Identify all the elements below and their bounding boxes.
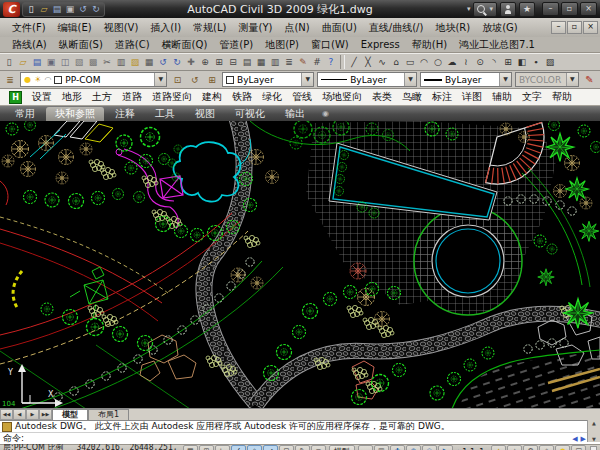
tool-zoom-window[interactable]: ⊞: [212, 55, 226, 69]
layer-properties-manager-icon[interactable]: ≣: [3, 73, 17, 87]
drawing-area[interactable]: X Y 104: [0, 121, 600, 408]
draw-insert-block[interactable]: ⊞: [501, 55, 515, 69]
ribbon-tab-6[interactable]: 输出: [276, 107, 314, 121]
menu2-0[interactable]: 路线(A): [6, 38, 53, 52]
menu2-5[interactable]: 地图(P): [259, 38, 305, 52]
scroll-down-icon[interactable]: ▼: [592, 436, 596, 442]
draw-revcloud[interactable]: ☁: [445, 55, 459, 69]
window-close[interactable]: ×: [580, 2, 597, 16]
tool-markup[interactable]: ✎: [296, 55, 310, 69]
layer-lock-icon[interactable]: ◠: [44, 75, 51, 84]
tool-undo[interactable]: ↺: [156, 55, 170, 69]
communication-center-button[interactable]: [500, 2, 516, 17]
hongye-0[interactable]: 设置: [27, 90, 57, 104]
mdi-mdi-minimize[interactable]: –: [551, 21, 566, 34]
hongye-7[interactable]: 绿化: [257, 90, 287, 104]
window-minimize[interactable]: –: [542, 2, 559, 16]
status-layout-preview[interactable]: ▥: [374, 445, 389, 450]
tool-match-properties[interactable]: ▦: [142, 55, 156, 69]
tool-tool-palettes[interactable]: ▥: [268, 55, 282, 69]
tab-layout1[interactable]: 布局1: [88, 409, 129, 420]
layer-dropdown[interactable]: ● ☀ ◠ PP-COM ▼: [20, 72, 167, 87]
ribbon-tab-2[interactable]: 注释: [106, 107, 144, 121]
status-annotation-autoscale[interactable]: ▲: [507, 445, 522, 450]
ribbon-tab-5[interactable]: 可视化: [226, 107, 274, 121]
toggle-osnap[interactable]: ◇: [247, 445, 262, 450]
menu-1[interactable]: 编辑(E): [52, 21, 98, 35]
draw-circle[interactable]: ○: [431, 55, 445, 69]
draw-make-block[interactable]: ◧: [515, 55, 529, 69]
hongye-10[interactable]: 表类: [367, 90, 397, 104]
qat-qnew[interactable]: ▯: [25, 3, 37, 16]
toggle-ortho[interactable]: ∟: [215, 445, 230, 450]
status-status-bulb[interactable]: ●: [555, 445, 570, 450]
coordinates-readout[interactable]: 34202.616, 26448.251, 0.000: [76, 443, 179, 450]
status-layout[interactable]: ▱: [358, 445, 373, 450]
draw-polygon[interactable]: ⌂: [389, 55, 403, 69]
draw-ellipse-arc[interactable]: ◝: [487, 55, 501, 69]
menu-5[interactable]: 测量(Y): [232, 21, 278, 35]
hongye-4[interactable]: 道路竖向: [147, 90, 197, 104]
color-caret-icon[interactable]: ▼: [301, 73, 313, 86]
status-settings-gear[interactable]: ⚙: [523, 445, 538, 450]
linetype-dropdown[interactable]: ByLayer ▼: [317, 72, 417, 87]
model-space-button[interactable]: 模型: [329, 445, 355, 450]
tool-pan[interactable]: ✚: [184, 55, 198, 69]
tool-plot-preview[interactable]: ◫: [58, 55, 72, 69]
mdi-mdi-close[interactable]: ×: [583, 21, 598, 34]
status-clean-screen[interactable]: □: [571, 445, 586, 450]
menu2-6[interactable]: 窗口(W): [305, 38, 355, 52]
ribbon-tab-1[interactable]: 块和参照: [46, 107, 104, 121]
ribbon-options-icon[interactable]: ◉: [322, 107, 329, 121]
hongye-13[interactable]: 详图: [457, 90, 487, 104]
tool-design-center[interactable]: ▦: [254, 55, 268, 69]
ribbon-tab-0[interactable]: 常用: [6, 107, 44, 121]
tool-3d-dwf[interactable]: ▩: [86, 55, 100, 69]
hongye-6[interactable]: 铁路: [227, 90, 257, 104]
menu-9[interactable]: 地块(R): [429, 21, 476, 35]
tool-paste[interactable]: ▨: [128, 55, 142, 69]
command-scrollbar[interactable]: ▲ ▼: [587, 420, 600, 442]
tool-zoom-realtime[interactable]: ⊕: [198, 55, 212, 69]
toggle-dyn[interactable]: ✎: [295, 445, 310, 450]
menu2-7[interactable]: Express: [355, 39, 406, 50]
hongye-12[interactable]: 标注: [427, 90, 457, 104]
tool-publish[interactable]: ▧: [72, 55, 86, 69]
status-steering-wheel[interactable]: ◎: [422, 445, 437, 450]
layer-dropdown-caret-icon[interactable]: ▼: [154, 73, 166, 86]
color-dropdown[interactable]: ByLayer ▼: [222, 72, 314, 87]
toggle-lwt[interactable]: ≡: [311, 445, 326, 450]
toggle-polar[interactable]: ∠: [231, 445, 246, 450]
menu2-4[interactable]: 管道(P): [213, 38, 259, 52]
qat-redo[interactable]: ↻: [90, 3, 102, 16]
draw-hatch[interactable]: ▨: [543, 55, 557, 69]
hongye-logo-icon[interactable]: H: [9, 91, 22, 104]
hongye-16[interactable]: 帮助: [547, 90, 577, 104]
search-caret-icon[interactable]: ▾: [489, 5, 493, 13]
status-show-motion[interactable]: ▶: [438, 445, 453, 450]
infocenter-caret-icon[interactable]: ▾: [467, 5, 471, 13]
command-line[interactable]: 命令: ◀ ▶: [0, 432, 600, 444]
menu-2[interactable]: 视图(V): [98, 21, 145, 35]
menu2-3[interactable]: 横断面(Q): [156, 38, 214, 52]
menu-7[interactable]: 曲面(U): [316, 21, 363, 35]
status-zoom[interactable]: ⊕: [406, 445, 421, 450]
qat-plot[interactable]: ▣: [64, 3, 76, 16]
hongye-5[interactable]: 建构: [197, 90, 227, 104]
tool-zoom-previous[interactable]: ⊟: [226, 55, 240, 69]
hongye-15[interactable]: 文字: [517, 90, 547, 104]
hongye-11[interactable]: 鸟瞰: [397, 90, 427, 104]
layer-states-icon[interactable]: ⊞: [205, 73, 219, 87]
toggle-snap[interactable]: ▦: [183, 445, 198, 450]
hongye-1[interactable]: 地形: [57, 90, 87, 104]
tab-nav-first-icon[interactable]: ◀◀: [0, 409, 13, 420]
tool-sheet-set-manager[interactable]: ≣: [282, 55, 296, 69]
mdi-mdi-restore[interactable]: ▫: [567, 21, 582, 34]
draw-construction-line[interactable]: ╳: [361, 55, 375, 69]
menu-6[interactable]: 点(N): [278, 21, 315, 35]
draw-rectangle[interactable]: ▭: [403, 55, 417, 69]
tool-qnew[interactable]: ▯: [2, 55, 16, 69]
hongye-2[interactable]: 土方: [87, 90, 117, 104]
resize-grip[interactable]: [590, 446, 597, 450]
layer-freeze-sun-icon[interactable]: ☀: [34, 75, 41, 84]
